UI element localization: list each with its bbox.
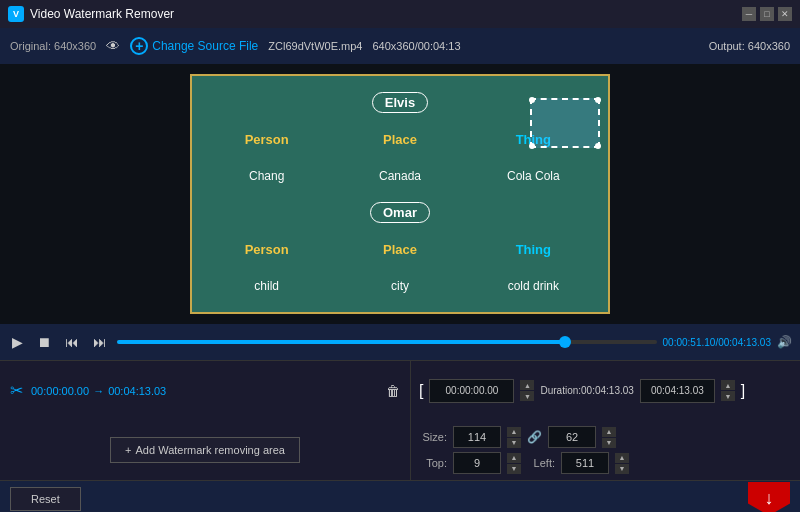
- left-down[interactable]: ▼: [615, 464, 629, 474]
- height-up[interactable]: ▲: [602, 427, 616, 437]
- app-icon: V: [8, 6, 24, 22]
- timeline-right: [ ▲ ▼ Duration:00:04:13.03 ▲ ▼ ]: [410, 361, 800, 420]
- left-input[interactable]: [561, 452, 609, 474]
- minimize-button[interactable]: ─: [742, 7, 756, 21]
- arrow-separator: →: [93, 385, 104, 397]
- cell-city: city: [391, 279, 409, 293]
- title-bar: V Video Watermark Remover ─ □ ✕: [0, 0, 800, 28]
- spin-down[interactable]: ▼: [520, 391, 534, 401]
- top-down[interactable]: ▼: [507, 464, 521, 474]
- start-time-input[interactable]: [429, 379, 514, 403]
- app-title: Video Watermark Remover: [30, 7, 174, 21]
- cell-cold-drink: cold drink: [508, 279, 559, 293]
- start-time: 00:00:00.00: [31, 385, 89, 397]
- bracket-left: [: [419, 382, 423, 400]
- timeline-range: 00:00:00.00 → 00:04:13.03: [31, 385, 166, 397]
- cell-cola-cola: Cola Cola: [507, 169, 560, 183]
- handle-tr[interactable]: [595, 97, 601, 103]
- progress-track[interactable]: [117, 340, 657, 344]
- plus-circle-icon: +: [130, 37, 148, 55]
- scissors-icon: ✂: [10, 381, 23, 400]
- original-info: Original: 640x360: [10, 40, 96, 52]
- size-row: Size: ▲ ▼ 🔗 ▲ ▼: [419, 426, 792, 448]
- cell-canada: Canada: [379, 169, 421, 183]
- duration-input[interactable]: [640, 379, 715, 403]
- playback-bar: ▶ ⏹ ⏮ ⏭ 00:00:51.10/00:04:13.03 🔊: [0, 324, 800, 360]
- cell-child: child: [254, 279, 279, 293]
- volume-icon[interactable]: 🔊: [777, 335, 792, 349]
- width-spinner: ▲ ▼: [507, 427, 521, 448]
- file-info: 640x360/00:04:13: [372, 40, 460, 52]
- cell-place1-label: Place: [383, 132, 417, 147]
- duration-label: Duration:00:04:13.03: [540, 385, 633, 396]
- top-up[interactable]: ▲: [507, 453, 521, 463]
- cell-omar: Omar: [370, 202, 430, 223]
- controls-left: + Add Watermark removing area: [0, 420, 410, 480]
- next-frame-button[interactable]: ⏭: [89, 332, 111, 352]
- eye-button[interactable]: 👁: [106, 38, 120, 54]
- change-source-label: Change Source File: [152, 39, 258, 53]
- duration-spinner: ▲ ▼: [721, 380, 735, 401]
- link-icon: 🔗: [527, 430, 542, 444]
- left-label: Left:: [527, 457, 555, 469]
- cell-person1-label: Person: [245, 132, 289, 147]
- delete-button[interactable]: 🗑: [386, 383, 400, 399]
- width-up[interactable]: ▲: [507, 427, 521, 437]
- reset-label: Reset: [31, 493, 60, 505]
- timeline-area: ✂ 00:00:00.00 → 00:04:13.03 🗑 [ ▲ ▼ Dura…: [0, 360, 800, 420]
- handle-br[interactable]: [595, 143, 601, 149]
- play-button[interactable]: ▶: [8, 332, 27, 352]
- top-label: Top:: [419, 457, 447, 469]
- reset-button[interactable]: Reset: [10, 487, 81, 511]
- width-input[interactable]: [453, 426, 501, 448]
- left-spinner: ▲ ▼: [615, 453, 629, 474]
- height-down[interactable]: ▼: [602, 438, 616, 448]
- handle-bl[interactable]: [529, 143, 535, 149]
- spin-up2[interactable]: ▲: [721, 380, 735, 390]
- timeline-left: ✂ 00:00:00.00 → 00:04:13.03 🗑: [0, 361, 410, 420]
- top-spinner: ▲ ▼: [507, 453, 521, 474]
- file-name: ZCl69dVtW0E.mp4: [268, 40, 362, 52]
- change-source-button[interactable]: + Change Source File: [130, 37, 258, 55]
- selection-box[interactable]: [530, 98, 600, 148]
- bottom-area: Reset ↓: [0, 480, 800, 512]
- spin-down2[interactable]: ▼: [721, 391, 735, 401]
- controls-area: + Add Watermark removing area Size: ▲ ▼ …: [0, 420, 800, 480]
- stop-button[interactable]: ⏹: [33, 332, 55, 352]
- controls-right: Size: ▲ ▼ 🔗 ▲ ▼ Top: ▲ ▼ Left: ▲: [410, 420, 800, 480]
- position-row: Top: ▲ ▼ Left: ▲ ▼: [419, 452, 792, 474]
- add-watermark-area-button[interactable]: + Add Watermark removing area: [110, 437, 300, 463]
- close-button[interactable]: ✕: [778, 7, 792, 21]
- add-area-label: Add Watermark removing area: [136, 444, 285, 456]
- video-frame: Elvis Person Place Thing Chang Canada: [190, 74, 610, 314]
- progress-fill: [117, 340, 565, 344]
- time-display: 00:00:51.10/00:04:13.03: [663, 337, 771, 348]
- cell-person2-label: Person: [245, 242, 289, 257]
- window-controls: ─ □ ✕: [742, 7, 792, 21]
- left-up[interactable]: ▲: [615, 453, 629, 463]
- progress-thumb[interactable]: [559, 336, 571, 348]
- cell-place2-label: Place: [383, 242, 417, 257]
- download-arrow-button[interactable]: ↓: [748, 482, 790, 513]
- height-input[interactable]: [548, 426, 596, 448]
- width-down[interactable]: ▼: [507, 438, 521, 448]
- handle-tl[interactable]: [529, 97, 535, 103]
- plus-icon: +: [125, 444, 131, 456]
- size-label: Size:: [419, 431, 447, 443]
- cell-thing2-label: Thing: [516, 242, 551, 257]
- prev-frame-button[interactable]: ⏮: [61, 332, 83, 352]
- start-time-spinner: ▲ ▼: [520, 380, 534, 401]
- maximize-button[interactable]: □: [760, 7, 774, 21]
- end-time: 00:04:13.03: [108, 385, 166, 397]
- cell-chang: Chang: [249, 169, 284, 183]
- cell-elvis: Elvis: [372, 92, 428, 113]
- main-area: Elvis Person Place Thing Chang Canada: [0, 64, 800, 324]
- spin-up[interactable]: ▲: [520, 380, 534, 390]
- toolbar: Original: 640x360 👁 + Change Source File…: [0, 28, 800, 64]
- output-info: Output: 640x360: [709, 40, 790, 52]
- height-spinner: ▲ ▼: [602, 427, 616, 448]
- bracket-right: ]: [741, 382, 745, 400]
- top-input[interactable]: [453, 452, 501, 474]
- video-canvas: Elvis Person Place Thing Chang Canada: [0, 64, 800, 324]
